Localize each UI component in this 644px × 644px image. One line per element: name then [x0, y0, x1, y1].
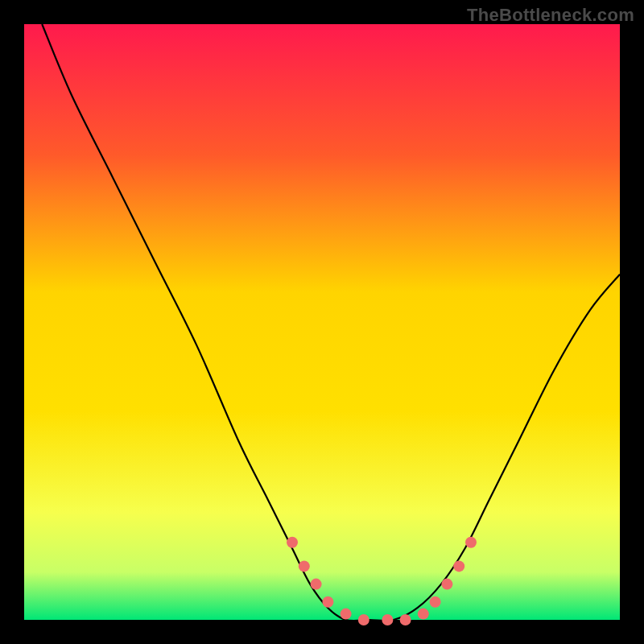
marker-point: [299, 560, 310, 572]
marker-point: [430, 597, 441, 608]
marker-point: [311, 579, 322, 590]
marker-point: [382, 614, 393, 625]
marker-point: [287, 537, 298, 548]
marker-point: [341, 609, 352, 620]
chart-container: TheBottleneck.com: [0, 0, 644, 644]
marker-point: [400, 614, 411, 625]
plot-background: [24, 24, 620, 620]
marker-point: [358, 614, 369, 625]
marker-point: [418, 609, 429, 620]
watermark-text: TheBottleneck.com: [467, 5, 634, 26]
marker-point: [322, 597, 333, 608]
bottleneck-chart: [0, 0, 644, 644]
marker-point: [453, 560, 464, 572]
marker-point: [465, 537, 477, 548]
marker-point: [441, 579, 452, 590]
